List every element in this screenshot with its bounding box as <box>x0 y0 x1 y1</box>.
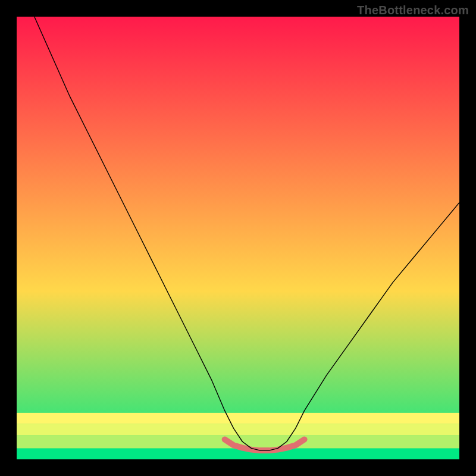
gradient-background <box>17 17 459 459</box>
color-band <box>17 424 459 435</box>
color-band <box>17 448 459 459</box>
chart-outer-frame: TheBottleneck.com <box>0 0 476 476</box>
color-band <box>17 413 459 424</box>
bottom-color-bands <box>17 413 459 459</box>
watermark-text: TheBottleneck.com <box>357 4 469 17</box>
plot-area <box>17 17 459 459</box>
chart-svg <box>17 17 459 459</box>
